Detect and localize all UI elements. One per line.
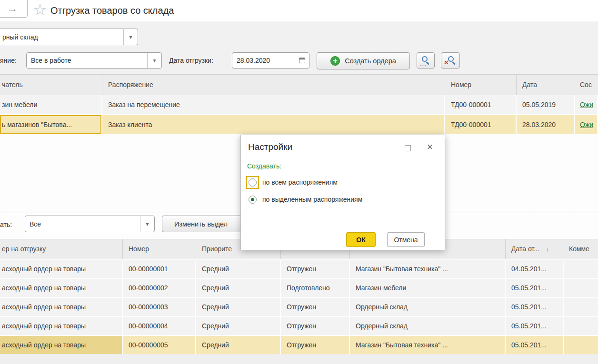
sort-desc-icon: ↓ (546, 246, 549, 253)
radio-unselected-icon[interactable] (249, 178, 257, 187)
create-orders-button[interactable]: + Создать ордера (317, 52, 410, 69)
dialog-title: Настройки (248, 142, 292, 152)
cell-order[interactable]: Заказ клиента (102, 115, 445, 134)
cell-status[interactable]: Отгружен (281, 260, 350, 278)
cell-doc[interactable]: асходный ордер на товары (0, 279, 123, 297)
cell-status[interactable]: Отгружен (281, 317, 350, 335)
cell-comment[interactable] (564, 317, 598, 335)
orders-table-row[interactable]: зин мебели Заказ на перемещение ТД00-000… (0, 95, 598, 114)
cell-recipient[interactable]: зин мебели (0, 95, 102, 114)
orders-col-number[interactable]: Номер (445, 75, 517, 95)
state-combo[interactable]: ▾ (26, 52, 162, 69)
radio-option-selected[interactable]: по выделенным распоряжениям (247, 193, 362, 206)
cell-doc[interactable]: асходный ордер на товары (0, 317, 123, 335)
cell-date[interactable]: 05.05.201... (506, 336, 564, 354)
state-input[interactable] (27, 53, 147, 68)
shipment-col-date[interactable]: Дата от...↓ (506, 239, 564, 259)
create-group-label: Создавать: (247, 162, 281, 170)
cell-status[interactable]: Отгружен (281, 298, 350, 316)
radio-option-selected-label: по выделенным распоряжениям (262, 196, 362, 203)
cell-recipient[interactable]: Магазин "Бытовая техника" ... (350, 260, 506, 278)
warehouse-combo[interactable]: ▾ (0, 29, 138, 45)
radio-selected-icon[interactable] (249, 196, 257, 204)
ship-date-field[interactable] (232, 52, 309, 69)
forward-arrow-icon: → (7, 2, 18, 14)
shipment-col-number[interactable]: Номер (123, 239, 196, 259)
radio-option-all[interactable]: по всем распоряжениям (247, 176, 338, 188)
cell-date[interactable]: 28.03.2020 (517, 115, 575, 134)
cell-status[interactable]: Подготовлено (281, 279, 350, 297)
chevron-down-icon: ▾ (146, 221, 149, 227)
cell-number[interactable]: 00-00000001 (123, 260, 196, 278)
calendar-button[interactable] (295, 53, 309, 68)
search-icon: ... (421, 56, 430, 65)
cell-number[interactable]: 00-00000002 (123, 279, 196, 297)
cell-date[interactable]: 05.05.201... (506, 298, 564, 316)
show-dropdown-button[interactable]: ▾ (140, 216, 154, 232)
cell-recipient[interactable]: Магазин "Бытовая техника" ... (350, 336, 506, 354)
cell-recipient[interactable]: Ордерный склад (350, 298, 506, 316)
cell-comment[interactable] (564, 279, 598, 297)
state-dropdown-button[interactable]: ▾ (147, 53, 161, 68)
cell-number[interactable]: ТД00-000001 (445, 95, 517, 114)
ok-button[interactable]: ОК (346, 232, 376, 247)
calendar-icon (299, 58, 305, 63)
plus-icon: + (330, 56, 340, 66)
cell-date[interactable]: 05.05.2019 (517, 95, 575, 114)
shipment-table-row[interactable]: асходный ордер на товары 00-00000004 Сре… (0, 317, 598, 335)
cell-comment[interactable] (564, 336, 598, 354)
cell-date[interactable]: 05.05.201... (506, 279, 564, 297)
show-combo[interactable]: ▾ (25, 216, 155, 232)
cell-priority[interactable]: Средний (196, 317, 281, 335)
cancel-button[interactable]: Отмена (387, 232, 425, 247)
show-input[interactable] (25, 216, 140, 232)
cell-date[interactable]: 05.05.201... (506, 317, 564, 335)
cell-priority[interactable]: Средний (196, 260, 281, 278)
orders-col-recipient[interactable]: чатель (0, 75, 102, 95)
cell-comment[interactable] (564, 298, 598, 316)
orders-col-date[interactable]: Дата (517, 75, 575, 95)
cell-comment[interactable] (564, 260, 598, 278)
cell-recipient[interactable]: Магазин мебели (350, 279, 506, 297)
cell-order[interactable]: Заказ на перемещение (102, 95, 445, 114)
cell-number[interactable]: 00-00000003 (123, 298, 196, 316)
state-link[interactable]: Ожи (580, 121, 593, 128)
forward-button[interactable]: → (0, 0, 28, 18)
cancel-search-button[interactable]: × (441, 52, 460, 69)
maximize-icon[interactable] (405, 145, 411, 151)
state-label: яние: (0, 57, 17, 64)
shipment-col-doc[interactable]: ер на отгрузку (0, 239, 123, 259)
cell-recipient-focused[interactable]: ь магазинов "Бытова... (0, 115, 102, 134)
cell-doc-current[interactable]: асходный ордер на товары (0, 336, 123, 354)
state-link[interactable]: Ожи (580, 101, 593, 108)
orders-col-state[interactable]: Сос (575, 75, 598, 95)
cell-doc[interactable]: асходный ордер на товары (0, 260, 123, 278)
warehouse-input[interactable] (0, 29, 123, 45)
shipment-table-row-selected[interactable]: асходный ордер на товары 00-00000005 Сре… (0, 336, 598, 354)
cell-number[interactable]: 00-00000005 (123, 336, 196, 354)
cell-priority[interactable]: Средний (196, 279, 281, 297)
warehouse-dropdown-button[interactable]: ▾ (123, 29, 138, 45)
cell-status[interactable]: Отгружен (281, 336, 350, 354)
cell-number[interactable]: ТД00-000001 (445, 115, 517, 134)
orders-table-header: чатель Распоряжение Номер Дата Сос (0, 74, 598, 95)
cell-priority[interactable]: Средний (196, 336, 281, 354)
shipment-col-comment[interactable]: Комме (564, 239, 598, 259)
search-button[interactable]: ... (417, 52, 435, 69)
cell-date[interactable]: 04.05.201... (506, 260, 564, 278)
shipment-table-row[interactable]: асходный ордер на товары 00-00000001 Сре… (0, 260, 598, 278)
orders-table-row-selected[interactable]: ь магазинов "Бытова... Заказ клиента ТД0… (0, 115, 598, 134)
shipment-table-row[interactable]: асходный ордер на товары 00-00000003 Сре… (0, 298, 598, 316)
close-icon[interactable]: × (425, 141, 435, 153)
ship-date-input[interactable] (232, 53, 295, 68)
favorite-star-icon[interactable]: ☆ (30, 0, 50, 20)
cell-state[interactable]: Ожи (575, 115, 598, 134)
cell-priority[interactable]: Средний (196, 298, 281, 316)
show-label: ать: (0, 221, 12, 228)
orders-col-order[interactable]: Распоряжение (102, 75, 445, 95)
shipment-table-row[interactable]: асходный ордер на товары 00-00000002 Сре… (0, 279, 598, 297)
cell-doc[interactable]: асходный ордер на товары (0, 298, 123, 316)
cell-state[interactable]: Ожи (575, 95, 598, 114)
cell-recipient[interactable]: Ордерный склад (350, 317, 506, 335)
cell-number[interactable]: 00-00000004 (123, 317, 196, 335)
